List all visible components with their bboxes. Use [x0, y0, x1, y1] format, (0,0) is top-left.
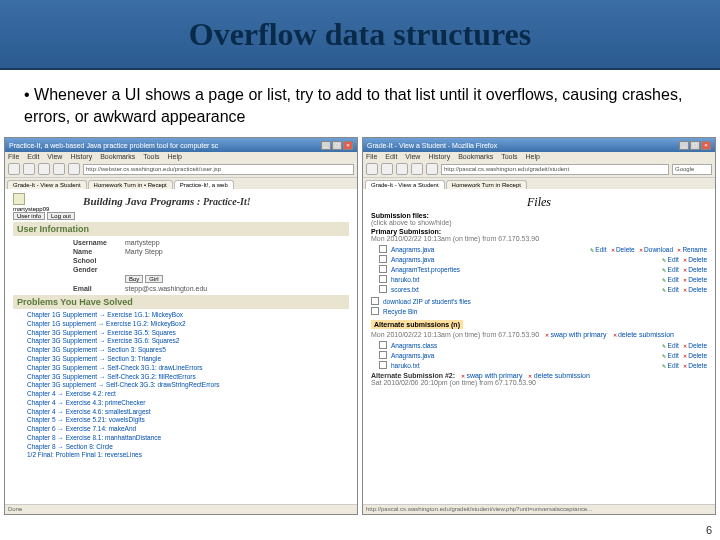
minimize-button[interactable]: _ [321, 141, 331, 150]
menu-item[interactable]: Tools [501, 153, 517, 160]
menu-item[interactable]: Bookmarks [100, 153, 135, 160]
maximize-button[interactable]: □ [332, 141, 342, 150]
problem-link[interactable]: Chapter 4 → Exercise 4.3: primeChecker [27, 399, 349, 408]
minimize-button[interactable]: _ [679, 141, 689, 150]
right-window-titlebar: Grade-It - View a Student - Mozilla Fire… [363, 138, 715, 152]
file-action-link[interactable]: Edit [662, 266, 679, 273]
tab-active[interactable]: Grade-It - View a Student [365, 180, 445, 189]
file-action-link[interactable]: Delete [611, 246, 635, 253]
file-link[interactable]: Anagrams.java [391, 246, 434, 253]
problems-list: Chapter 1G Supplement → Exercise 1G.1: M… [13, 311, 349, 460]
problem-link[interactable]: Chapter 4 → Exercise 4.2: rect [27, 390, 349, 399]
search-box[interactable]: Google [672, 164, 712, 175]
stop-icon[interactable] [53, 163, 65, 175]
problem-link[interactable]: Chapter 1G Supplement → Exercise 1G.1: M… [27, 311, 349, 320]
problem-link[interactable]: Chapter 3G Supplement → Self-Check 3G.2:… [27, 373, 349, 382]
close-button[interactable]: × [343, 141, 353, 150]
alternate-submissions-header[interactable]: Alternate submissions (n) [371, 320, 463, 329]
file-link[interactable]: haruko.txt [391, 276, 420, 283]
file-link[interactable]: AnagramTest.properties [391, 266, 460, 273]
user-info-button[interactable]: User info [13, 212, 45, 220]
left-tabstrip: Grade-It - View a Student Homework Turn … [5, 178, 357, 189]
menu-item[interactable]: Bookmarks [458, 153, 493, 160]
menu-item[interactable]: Help [168, 153, 182, 160]
problem-link[interactable]: Chapter 8 → Section 8: Circle [27, 443, 349, 452]
problem-link[interactable]: Chapter 8 → Exercise 8.1: manhattanDista… [27, 434, 349, 443]
back-icon[interactable] [8, 163, 20, 175]
tab[interactable]: Grade-It - View a Student [7, 180, 87, 189]
tab[interactable]: Homework Turn in Recept [446, 180, 527, 189]
menu-item[interactable]: Tools [143, 153, 159, 160]
file-action-link[interactable]: Delete [683, 266, 707, 273]
primary-submission-label: Primary Submission: [371, 228, 707, 235]
problem-link[interactable]: Chapter 3G Supplement → Section 3: Squar… [27, 346, 349, 355]
tab[interactable]: Homework Turn in • Recept [88, 180, 173, 189]
file-action-link[interactable]: Delete [683, 256, 707, 263]
swap-primary-link[interactable]: swap with primary [545, 331, 606, 338]
address-bar[interactable]: http://pascal.cs.washington.edu/gradeit/… [441, 164, 669, 175]
field-value: martystepp [125, 239, 160, 246]
file-action-link[interactable]: Edit [590, 246, 607, 253]
menu-item[interactable]: Edit [27, 153, 39, 160]
problem-link[interactable]: 1/2 Final: Problem Final 1: reverseLines [27, 451, 349, 460]
file-action-link[interactable]: Edit [662, 362, 679, 369]
problem-link[interactable]: Chapter 5 → Exercise 5.21: vowelsDigits [27, 416, 349, 425]
menu-item[interactable]: View [47, 153, 62, 160]
problem-link[interactable]: Chapter 3G Supplement → Self-Check 3G.1:… [27, 364, 349, 373]
forward-icon[interactable] [381, 163, 393, 175]
problem-link[interactable]: Chapter 4 → Exercise 4.6: smallestLarges… [27, 408, 349, 417]
menu-item[interactable]: File [8, 153, 19, 160]
reload-icon[interactable] [396, 163, 408, 175]
file-action-link[interactable]: Edit [662, 276, 679, 283]
file-link[interactable]: Anagrams.java [391, 256, 434, 263]
left-browser-window: Practice-It, a web-based Java practice p… [4, 137, 358, 515]
gender-boy-button[interactable]: Boy [125, 275, 143, 283]
file-action-link[interactable]: Delete [683, 352, 707, 359]
logout-button[interactable]: Log out [47, 212, 75, 220]
file-link[interactable]: scores.txt [391, 286, 419, 293]
problem-link[interactable]: Chapter 6 → Exercise 7.14: makeAnd [27, 425, 349, 434]
menu-item[interactable]: History [428, 153, 450, 160]
download-all-link[interactable]: download ZIP of student's files [383, 298, 471, 305]
menu-item[interactable]: File [366, 153, 377, 160]
file-action-link[interactable]: Download [639, 246, 673, 253]
recycle-bin-link[interactable]: Recycle Bin [383, 308, 417, 315]
gender-girl-button[interactable]: Girl [145, 275, 162, 283]
delete-submission-link[interactable]: delete submission [613, 331, 674, 338]
delete-submission-link[interactable]: delete submission [528, 372, 589, 379]
problem-link[interactable]: Chapter 3G Supplement → Exercise 3G.6: S… [27, 337, 349, 346]
file-action-link[interactable]: Edit [662, 352, 679, 359]
stop-icon[interactable] [411, 163, 423, 175]
menu-item[interactable]: View [405, 153, 420, 160]
file-action-link[interactable]: Rename [677, 246, 707, 253]
file-action-link[interactable]: Edit [662, 286, 679, 293]
home-icon[interactable] [426, 163, 438, 175]
problem-link[interactable]: Chapter 1G supplement → Exercise 1G.2: M… [27, 320, 349, 329]
menu-item[interactable]: History [70, 153, 92, 160]
swap-primary-link[interactable]: swap with primary [461, 372, 522, 379]
problem-link[interactable]: Chapter 3G supplement → Self-Check 3G.3:… [27, 381, 349, 390]
recycle-icon [371, 307, 379, 315]
tab-active[interactable]: Practice-It!, a web [174, 180, 234, 189]
menu-item[interactable]: Edit [385, 153, 397, 160]
back-icon[interactable] [366, 163, 378, 175]
file-action-link[interactable]: Delete [683, 342, 707, 349]
file-action-link[interactable]: Delete [683, 286, 707, 293]
forward-icon[interactable] [23, 163, 35, 175]
file-link[interactable]: Anagrams.java [391, 352, 434, 359]
file-action-link[interactable]: Edit [662, 256, 679, 263]
file-action-link[interactable]: Delete [683, 276, 707, 283]
problem-link[interactable]: Chapter 3G Supplement → Section 3: Trian… [27, 355, 349, 364]
reload-icon[interactable] [38, 163, 50, 175]
field-label: Gender [73, 266, 125, 273]
file-link[interactable]: Anagrams.class [391, 342, 437, 349]
file-action-link[interactable]: Edit [662, 342, 679, 349]
menu-item[interactable]: Help [526, 153, 540, 160]
address-bar[interactable]: http://webster.cs.washington.edu/practic… [83, 164, 354, 175]
home-icon[interactable] [68, 163, 80, 175]
file-action-link[interactable]: Delete [683, 362, 707, 369]
close-button[interactable]: × [701, 141, 711, 150]
file-link[interactable]: haruko.txt [391, 362, 420, 369]
maximize-button[interactable]: □ [690, 141, 700, 150]
problem-link[interactable]: Chapter 3G Supplement → Exercise 3G.5: S… [27, 329, 349, 338]
